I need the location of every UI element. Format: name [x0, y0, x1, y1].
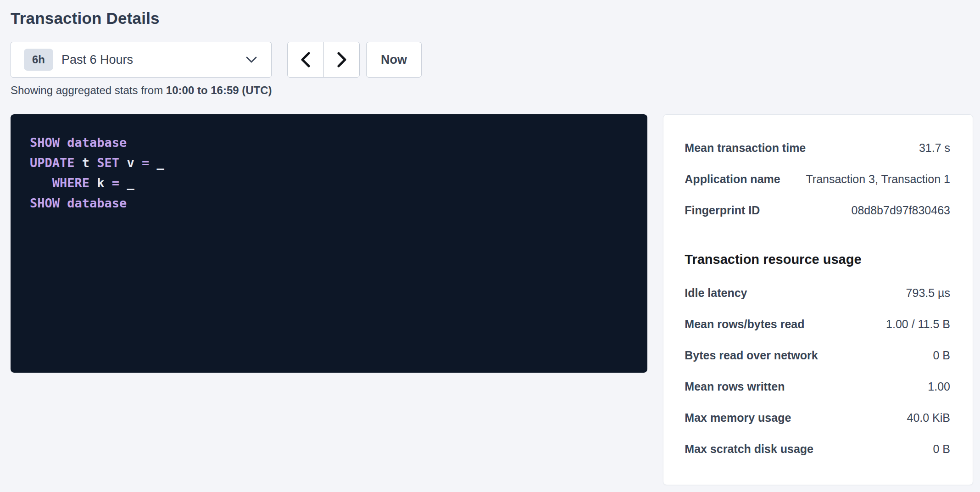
time-step-buttons: [287, 42, 360, 78]
table-row: Max memory usage 40.0 KiB: [685, 402, 950, 433]
stat-label: Fingerprint ID: [685, 204, 760, 217]
stat-label: Max memory usage: [685, 411, 791, 425]
transaction-statements-box: SHOW database UPDATE t SET v = _ WHERE k…: [11, 114, 647, 373]
transaction-details-card: Mean transaction time 31.7 s Application…: [663, 114, 973, 485]
next-time-button[interactable]: [323, 42, 359, 77]
stat-label: Max scratch disk usage: [685, 442, 813, 456]
stat-label: Mean rows written: [685, 380, 785, 393]
stat-value: 1.00 / 11.5 B: [886, 318, 950, 331]
aggregated-stats-summary: Showing aggregated stats from 10:00 to 1…: [11, 84, 973, 97]
table-row: Bytes read over network 0 B: [685, 340, 950, 371]
table-row: Idle latency 793.5 µs: [685, 277, 950, 308]
time-range-label: Past 6 Hours: [61, 53, 133, 67]
chevron-down-icon: [245, 56, 257, 63]
stat-label: Mean rows/bytes read: [685, 318, 804, 331]
time-range-badge: 6h: [24, 49, 53, 71]
resource-usage-heading: Transaction resource usage: [685, 252, 950, 267]
stat-value: 08d8b7d97f830463: [851, 204, 950, 217]
table-row: Mean rows/bytes read 1.00 / 11.5 B: [685, 308, 950, 340]
now-button[interactable]: Now: [366, 42, 422, 78]
stat-value: Transaction 3, Transaction 1: [806, 173, 950, 186]
stat-value: 0 B: [933, 349, 950, 362]
stat-label: Idle latency: [685, 286, 747, 300]
time-range-dropdown[interactable]: 6h Past 6 Hours: [11, 42, 272, 78]
sql-statement: SHOW database UPDATE t SET v = _ WHERE k…: [30, 133, 628, 213]
transaction-details-page: Transaction Details 6h Past 6 Hours Now …: [0, 0, 980, 492]
previous-time-button[interactable]: [288, 42, 323, 77]
table-row: Mean transaction time 31.7 s: [685, 132, 950, 163]
table-row: Fingerprint ID 08d8b7d97f830463: [685, 195, 950, 226]
time-toolbar: 6h Past 6 Hours Now: [11, 42, 973, 78]
card-divider: [685, 238, 950, 238]
stat-value: 40.0 KiB: [907, 411, 950, 425]
stat-value: 793.5 µs: [906, 286, 950, 300]
main-content: SHOW database UPDATE t SET v = _ WHERE k…: [11, 114, 973, 485]
chevron-right-icon: [336, 52, 347, 67]
table-row: Mean rows written 1.00: [685, 371, 950, 402]
stat-label: Application name: [685, 173, 780, 186]
summary-prefix: Showing aggregated stats from: [11, 84, 166, 96]
table-row: Max scratch disk usage 0 B: [685, 433, 950, 464]
stat-value: 0 B: [933, 442, 950, 456]
stat-label: Mean transaction time: [685, 141, 806, 155]
table-row: Application name Transaction 3, Transact…: [685, 163, 950, 195]
chevron-left-icon: [300, 52, 311, 67]
stat-value: 1.00: [928, 380, 950, 393]
stat-value: 31.7 s: [919, 141, 950, 155]
summary-range: 10:00 to 16:59 (UTC): [166, 84, 272, 96]
stat-label: Bytes read over network: [685, 349, 818, 362]
page-title: Transaction Details: [11, 9, 973, 28]
